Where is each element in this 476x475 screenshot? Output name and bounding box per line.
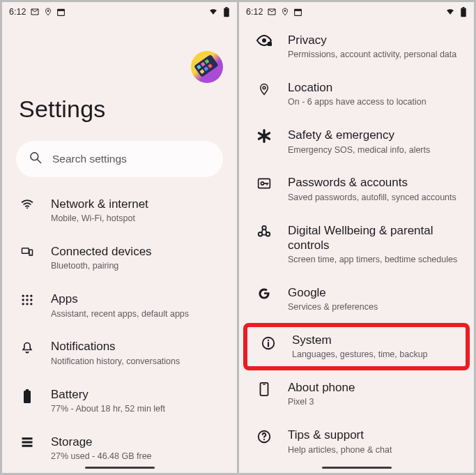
svg-point-23 xyxy=(30,299,32,301)
info-icon xyxy=(260,333,277,351)
nav-indicator[interactable] xyxy=(322,467,392,469)
svg-point-14 xyxy=(26,207,28,209)
wifi-icon xyxy=(208,8,219,16)
settings-screen-scrolled: 6:12 PrivacyPermissions, account activit… xyxy=(239,2,474,473)
setting-connected-devices[interactable]: Connected devicesBluetooth, pairing xyxy=(2,234,237,282)
search-placeholder: Search settings xyxy=(52,153,127,165)
setting-about-phone[interactable]: About phonePixel 3 xyxy=(239,370,474,418)
help-icon xyxy=(256,428,272,444)
setting-tips-support[interactable]: Tips & supportHelp articles, phone & cha… xyxy=(239,418,474,465)
setting-wellbeing[interactable]: Digital Wellbeing & parental controlsScr… xyxy=(239,213,474,276)
asterisk-icon xyxy=(256,128,272,143)
svg-point-41 xyxy=(261,182,263,185)
location-pin-icon xyxy=(44,7,52,17)
search-settings-input[interactable]: Search settings xyxy=(16,141,223,177)
gmail-icon xyxy=(267,8,277,16)
apps-grid-icon xyxy=(19,292,36,307)
status-time: 6:12 xyxy=(246,7,263,17)
svg-rect-3 xyxy=(224,8,229,17)
svg-point-32 xyxy=(284,10,286,12)
svg-point-17 xyxy=(31,254,31,255)
setting-system[interactable]: SystemLanguages, gestures, time, backup xyxy=(243,323,470,370)
svg-point-26 xyxy=(30,303,32,305)
search-icon xyxy=(29,151,43,167)
svg-rect-31 xyxy=(22,444,33,446)
svg-rect-29 xyxy=(22,437,33,439)
gmail-icon xyxy=(30,8,40,16)
setting-battery[interactable]: Battery77% - About 18 hr, 52 min left xyxy=(2,377,237,425)
svg-point-37 xyxy=(262,38,266,43)
privacy-eye-icon xyxy=(256,33,272,47)
battery-icon xyxy=(460,7,467,17)
storage-icon xyxy=(19,435,36,448)
svg-point-39 xyxy=(263,86,266,89)
svg-point-24 xyxy=(22,303,24,305)
svg-point-22 xyxy=(26,299,28,301)
status-bar: 6:12 xyxy=(2,2,237,19)
setting-safety-emergency[interactable]: Safety & emergencyEmergency SOS, medical… xyxy=(239,118,474,165)
location-pin-icon xyxy=(256,80,272,97)
svg-point-0 xyxy=(47,10,49,12)
google-g-icon xyxy=(256,285,272,301)
svg-point-21 xyxy=(22,299,24,301)
settings-list-left: Network & internetMobile, Wi-Fi, hotspot… xyxy=(2,187,237,472)
location-pin-icon xyxy=(281,7,289,17)
setting-location[interactable]: LocationOn - 6 apps have access to locat… xyxy=(239,70,474,118)
svg-rect-5 xyxy=(194,54,219,78)
key-account-icon xyxy=(256,175,272,190)
page-title: Settings xyxy=(19,96,237,123)
svg-line-13 xyxy=(38,160,41,163)
svg-rect-27 xyxy=(24,391,31,403)
setting-apps[interactable]: AppsAssistant, recent apps, default apps xyxy=(2,282,237,329)
svg-rect-36 xyxy=(463,7,465,8)
wellbeing-icon xyxy=(256,223,272,240)
calendar-today-icon xyxy=(293,8,302,17)
devices-icon xyxy=(19,244,36,258)
setting-privacy[interactable]: PrivacyPermissions, account activity, pe… xyxy=(239,23,474,70)
settings-list-right: PrivacyPermissions, account activity, pe… xyxy=(239,19,474,465)
svg-rect-28 xyxy=(26,389,29,391)
setting-network-internet[interactable]: Network & internetMobile, Wi-Fi, hotspot xyxy=(2,187,237,234)
battery-icon xyxy=(19,387,36,404)
profile-avatar[interactable] xyxy=(191,51,223,83)
svg-point-47 xyxy=(268,340,269,341)
setting-storage[interactable]: Storage27% used - 46.48 GB free xyxy=(2,425,237,472)
bell-icon xyxy=(19,339,36,356)
wifi-icon xyxy=(445,8,456,16)
calendar-today-icon xyxy=(56,8,66,17)
svg-rect-16 xyxy=(29,250,33,255)
nav-indicator[interactable] xyxy=(85,467,155,469)
setting-google[interactable]: GoogleServices & preferences xyxy=(239,276,474,323)
svg-rect-38 xyxy=(268,42,272,46)
svg-rect-34 xyxy=(295,9,302,11)
svg-rect-2 xyxy=(58,9,65,11)
status-time: 6:12 xyxy=(9,7,26,17)
battery-icon xyxy=(223,7,230,17)
svg-rect-35 xyxy=(461,8,466,17)
svg-point-18 xyxy=(22,295,24,297)
svg-point-19 xyxy=(26,295,28,297)
svg-rect-15 xyxy=(22,248,29,254)
setting-notifications[interactable]: NotificationsNotification history, conve… xyxy=(2,329,237,377)
svg-point-25 xyxy=(26,303,28,305)
phone-device-icon xyxy=(256,380,272,397)
setting-passwords-accounts[interactable]: Passwords & accountsSaved passwords, aut… xyxy=(239,165,474,213)
wifi-icon xyxy=(19,197,36,211)
svg-rect-30 xyxy=(22,441,33,443)
svg-rect-4 xyxy=(226,7,228,8)
svg-point-51 xyxy=(263,439,265,440)
status-bar: 6:12 xyxy=(239,2,474,19)
settings-screen-main: 6:12 Settings Search settings Network & … xyxy=(2,2,237,473)
svg-point-20 xyxy=(30,295,32,297)
